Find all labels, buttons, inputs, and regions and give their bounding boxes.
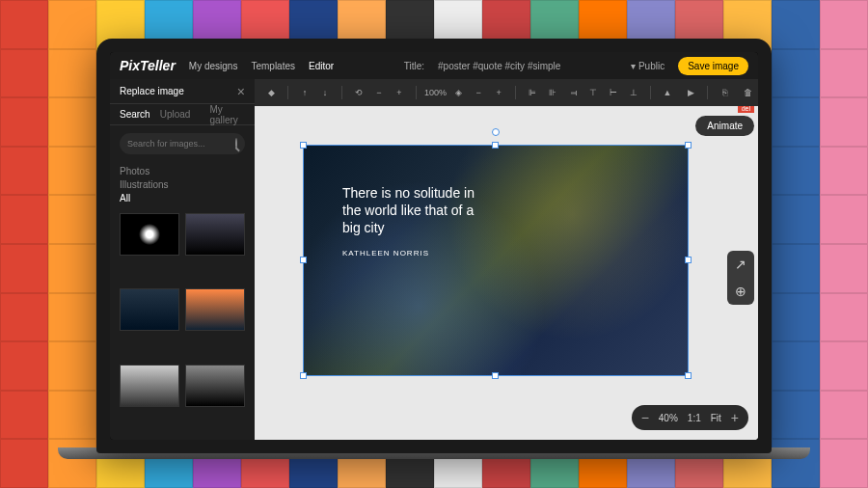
thumbnail[interactable] [185, 288, 245, 331]
thumbnail[interactable] [120, 213, 179, 256]
quote-text[interactable]: There is no solitude in the world like t… [342, 184, 487, 258]
app-screen: PixTeller My designs Templates Editor Ti… [110, 52, 758, 440]
tab-search[interactable]: Search [120, 109, 150, 120]
canvas[interactable]: del Animate There is no solitude in the … [255, 106, 758, 440]
save-button[interactable]: Save image [678, 57, 748, 75]
resize-handle[interactable] [685, 257, 692, 263]
sidebar-tabs: Search Upload My gallery [110, 104, 255, 125]
add-icon[interactable]: ⊕ [727, 278, 754, 305]
delete-tag[interactable]: del [738, 106, 754, 113]
align-right-icon[interactable]: ⫤ [564, 84, 582, 101]
plus-icon[interactable]: + [490, 84, 507, 101]
thumbnail-grid [110, 207, 255, 440]
animate-button[interactable]: Animate [695, 116, 754, 136]
align-bottom-icon[interactable]: ⊥ [625, 84, 642, 101]
zoom-in-icon[interactable]: + [731, 410, 739, 425]
zoom-ratio[interactable]: 1:1 [688, 413, 701, 423]
filter-all[interactable]: All [120, 193, 245, 203]
close-icon[interactable]: × [237, 84, 245, 99]
zoom-out-icon[interactable]: − [641, 410, 649, 425]
minus-icon[interactable]: − [470, 84, 487, 101]
resize-handle[interactable] [492, 372, 499, 379]
rotate-icon[interactable]: ⟲ [350, 84, 367, 101]
search-icon[interactable] [235, 138, 237, 149]
opacity-value[interactable]: 100% [424, 88, 447, 97]
resize-handle[interactable] [300, 372, 307, 379]
visibility-toggle[interactable]: ▾ Public [631, 61, 665, 71]
align-middle-icon[interactable]: ⊢ [605, 84, 622, 101]
nav-my-designs[interactable]: My designs [189, 61, 238, 71]
search-input[interactable] [127, 139, 235, 149]
toolbar: ◆ ↑ ↓ ⟲ − + 100% ◈ − + ⊫ ⊪ [255, 79, 758, 106]
top-bar: PixTeller My designs Templates Editor Ti… [110, 52, 758, 79]
zoom-fit[interactable]: Fit [711, 413, 721, 423]
zoom-value[interactable]: 40% [659, 413, 678, 423]
tab-my-gallery[interactable]: My gallery [209, 104, 245, 125]
align-left-icon[interactable]: ⊫ [524, 84, 541, 101]
layer-order-tools: ↑ ↓ [296, 84, 334, 101]
panel-header: Replace image × [110, 79, 255, 104]
bring-forward-icon[interactable]: ↑ [296, 84, 313, 101]
align-top-icon[interactable]: ⊤ [584, 84, 602, 101]
search-box[interactable] [120, 133, 245, 154]
resize-handle[interactable] [300, 257, 307, 263]
flip-h-icon[interactable]: ▲ [659, 84, 676, 101]
canvas-side-tools: ↗ ⊕ [727, 251, 754, 305]
title-label: Title: [404, 61, 424, 71]
opacity-tools: 100% ◈ − + [424, 84, 507, 101]
align-tools: ⊫ ⊪ ⫤ ⊤ ⊢ ⊥ [524, 84, 642, 101]
rotate-handle[interactable] [492, 128, 500, 136]
filter-list: Photos Illustrations All [110, 162, 255, 207]
laptop-frame: PixTeller My designs Templates Editor Ti… [96, 39, 772, 453]
visibility-label: Public [638, 61, 665, 71]
resize-handle[interactable] [492, 142, 499, 149]
editor-area: ◆ ↑ ↓ ⟲ − + 100% ◈ − + ⊫ ⊪ [255, 79, 758, 440]
delete-icon[interactable]: 🗑 [739, 84, 756, 101]
filter-illustrations[interactable]: Illustrations [120, 179, 245, 190]
rotation-tools: ⟲ − + [350, 84, 408, 101]
sidebar: Replace image × Search Upload My gallery… [110, 79, 255, 440]
export-icon[interactable]: ↗ [727, 251, 754, 278]
copy-icon[interactable]: ⎘ [716, 84, 733, 101]
thumbnail[interactable] [185, 365, 245, 407]
quote-author: KATHLEEN NORRIS [342, 249, 487, 258]
nav-editor[interactable]: Editor [309, 61, 334, 71]
filter-photos[interactable]: Photos [120, 166, 245, 176]
thumbnail[interactable] [185, 213, 245, 256]
resize-handle[interactable] [300, 142, 307, 149]
brand-logo[interactable]: PixTeller [120, 58, 176, 73]
align-center-icon[interactable]: ⊪ [544, 84, 561, 101]
resize-handle[interactable] [685, 142, 692, 149]
selection-frame[interactable]: There is no solitude in the world like t… [303, 145, 689, 376]
design-title[interactable]: #poster #quote #city #simple [438, 61, 560, 71]
opacity-icon[interactable]: ◈ [449, 84, 467, 101]
thumbnail[interactable] [120, 288, 179, 331]
flip-v-icon[interactable]: ▶ [682, 84, 699, 101]
tab-upload[interactable]: Upload [160, 109, 191, 120]
thumbnail[interactable] [120, 365, 179, 407]
nav-templates[interactable]: Templates [251, 61, 295, 71]
plus-icon[interactable]: + [391, 84, 408, 101]
poster-image[interactable]: There is no solitude in the world like t… [304, 146, 688, 375]
shape-tool-icon[interactable]: ◆ [262, 84, 280, 101]
zoom-bar: − 40% 1:1 Fit + [632, 405, 748, 430]
minus-icon[interactable]: − [370, 84, 388, 101]
quote-content: There is no solitude in the world like t… [342, 184, 487, 237]
resize-handle[interactable] [685, 372, 692, 379]
send-back-icon[interactable]: ↓ [316, 84, 334, 101]
panel-title: Replace image [120, 86, 184, 96]
